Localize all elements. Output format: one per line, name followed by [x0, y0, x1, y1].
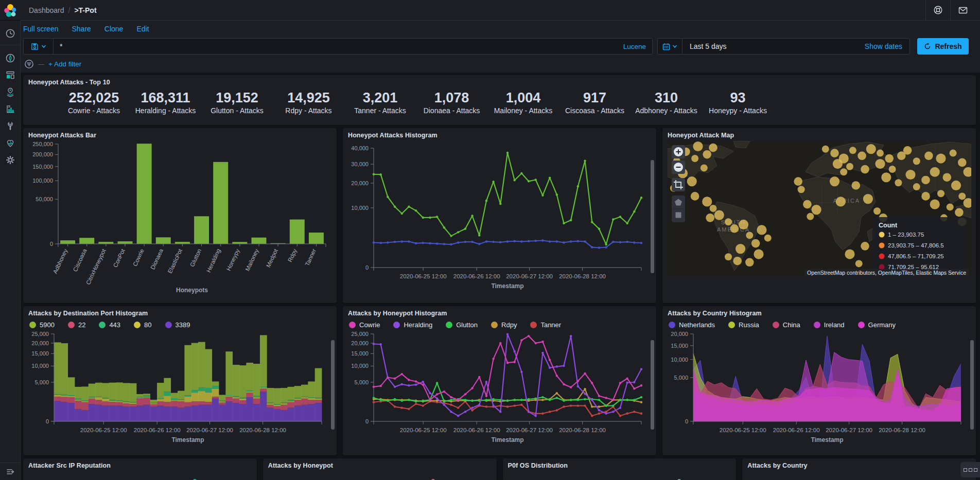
chevron-down-icon	[672, 44, 677, 49]
date-quick-menu-button[interactable]	[658, 39, 682, 54]
menu-full-screen[interactable]: Full screen	[23, 25, 58, 33]
dashboard-menu: Full screen Share Clone Edit	[21, 21, 980, 36]
legend-swatch-icon	[68, 322, 75, 328]
legend-item-Ireland[interactable]: Ireland	[814, 321, 845, 329]
elastic-logo[interactable]	[0, 0, 21, 21]
add-filter-button[interactable]: + Add filter	[48, 60, 81, 68]
metric-ciscoasa: 917Ciscoasa - Attacks	[559, 91, 631, 115]
svg-text:CitrixHoneypot: CitrixHoneypot	[85, 247, 107, 286]
attacks-by-country-chart[interactable]: 05,00010,00015,00020,0002020-06-25 12:00…	[668, 330, 971, 449]
svg-text:2020-06-26 12:00: 2020-06-26 12:00	[773, 427, 820, 433]
elastic-logo-icon	[3, 3, 18, 17]
panel-options-box[interactable]	[960, 462, 980, 477]
sidebar-item-uptime[interactable]	[0, 134, 21, 151]
legend-item-Germany[interactable]: Germany	[858, 321, 896, 329]
legend-label: 80	[144, 321, 151, 329]
metric-tanner: 3,201Tanner - Attacks	[344, 91, 416, 115]
sidebar-item-dashboard[interactable]	[0, 66, 21, 83]
sidebar-item-management[interactable]	[0, 151, 21, 168]
panel-title: Attacks by Destination Port Histogram	[28, 310, 331, 317]
honeypot-attacks-bar-chart[interactable]: AdbhoneyCiscoasaCitrixHoneypotConPotCowr…	[28, 139, 331, 297]
svg-text:100,000: 100,000	[32, 177, 53, 184]
legend-item-22[interactable]: 22	[68, 321, 85, 329]
panel-honeypot-attacks-bar: Honeypot Attacks Bar AdbhoneyCiscoasaCit…	[23, 128, 337, 303]
legend-swatch-icon	[446, 322, 452, 328]
top-header: Dashboard / >T-Pot	[21, 0, 980, 21]
panel-scrollbar[interactable]	[970, 340, 974, 430]
panel-scrollbar[interactable]	[651, 160, 654, 273]
panel-honeypot-attacks-histogram: Honeypot Attacks Histogram 010,00020,000…	[343, 128, 656, 303]
svg-text:2020-06-27 12:00: 2020-06-27 12:00	[506, 273, 553, 279]
legend-item-Tanner[interactable]: Tanner	[530, 321, 561, 329]
legend-item-Rdpy[interactable]: Rdpy	[491, 321, 517, 329]
sidebar-item-devtools[interactable]	[0, 117, 21, 134]
svg-text:0: 0	[46, 418, 49, 424]
legend-swatch-icon	[491, 322, 498, 328]
attacks-by-honeypot-chart[interactable]: 05,00010,00015,00020,00025,0002020-06-25…	[348, 330, 651, 449]
sidebar-item-discover[interactable]	[0, 49, 21, 66]
recently-viewed-icon[interactable]	[0, 25, 21, 42]
svg-text:2020-06-27 12:00: 2020-06-27 12:00	[506, 427, 553, 433]
legend-item-3389[interactable]: 3389	[165, 321, 190, 329]
sidebar-item-visualize[interactable]	[0, 100, 21, 117]
menu-clone[interactable]: Clone	[104, 25, 124, 33]
dashboard-grid: Honeypot Attacks - Top 10 252,025Cowrie …	[21, 73, 980, 480]
legend-label: Rdpy	[501, 321, 517, 329]
svg-text:10,000: 10,000	[671, 357, 688, 363]
saved-query-menu-button[interactable]	[24, 39, 54, 54]
legend-swatch-icon	[349, 322, 356, 328]
svg-text:0: 0	[365, 418, 369, 424]
legend-label: Heralding	[404, 321, 432, 329]
save-icon	[31, 43, 39, 50]
legend-label: Cowrie	[359, 321, 380, 329]
svg-text:30,000: 30,000	[351, 161, 369, 167]
time-range-label[interactable]: Last 5 days	[682, 42, 727, 50]
legend-item-Glutton[interactable]: Glutton	[446, 321, 478, 329]
sidebar-item-maps[interactable]	[0, 83, 21, 100]
svg-text:Timestamp: Timestamp	[811, 436, 843, 443]
legend-swatch-icon	[728, 322, 735, 328]
world-map[interactable]: SOUTHAMERICAAFRICACount1 – 23,903.7523,9…	[668, 141, 971, 276]
legend-swatch-icon	[29, 322, 36, 328]
legend-label: 3389	[176, 321, 190, 329]
refresh-button[interactable]: Refresh	[917, 38, 969, 55]
help-icon[interactable]	[925, 0, 950, 21]
search-input[interactable]	[54, 42, 617, 50]
query-language-button[interactable]: Lucene	[617, 43, 652, 50]
panel-scrollbar[interactable]	[651, 340, 654, 430]
honeypot-attacks-histogram-chart[interactable]: 010,00020,00030,00040,0002020-06-25 12:0…	[348, 141, 651, 298]
menu-share[interactable]: Share	[72, 25, 91, 33]
left-sidebar	[0, 0, 21, 480]
panel-title: Attacks by Country Histogram	[668, 310, 971, 317]
legend-item-Netherlands[interactable]: Netherlands	[669, 321, 715, 329]
panel-attacks-by-honeypot-histogram: Attacks by Honeypot Histogram CowrieHera…	[343, 306, 656, 455]
panel-title: Attacker Src IP Reputation	[28, 462, 252, 469]
svg-text:5,000: 5,000	[354, 379, 369, 385]
legend-label: Germany	[868, 321, 896, 329]
legend-label: 5900	[40, 321, 55, 329]
attack-map[interactable]: SOUTHAMERICAAFRICACount1 – 23,903.7523,9…	[668, 141, 971, 278]
menu-edit[interactable]: Edit	[136, 25, 149, 33]
legend-item-80[interactable]: 80	[134, 321, 151, 329]
legend-label: Glutton	[456, 321, 478, 329]
legend-swatch-icon	[530, 322, 537, 328]
show-dates-button[interactable]: Show dates	[865, 42, 909, 50]
svg-text:2020-06-28 12:00: 2020-06-28 12:00	[879, 427, 925, 433]
legend-item-443[interactable]: 443	[99, 321, 120, 329]
dest-port-histogram-chart[interactable]: 05,00010,00015,00020,00025,0002020-06-25…	[28, 330, 331, 449]
panel-scrollbar[interactable]	[331, 340, 335, 430]
panel-title: Attacks by Honeypot	[268, 462, 492, 469]
legend-item-Heralding[interactable]: Heralding	[393, 321, 432, 329]
svg-text:47,806.5 – 71,709.25: 47,806.5 – 71,709.25	[888, 253, 944, 259]
legend-item-Cowrie[interactable]: Cowrie	[349, 321, 380, 329]
collapse-sidebar-button[interactable]	[0, 463, 21, 480]
kibana-app: Dashboard / >T-Pot Full screen Share Clo…	[0, 0, 980, 480]
legend-item-China[interactable]: China	[773, 321, 800, 329]
svg-text:2020-06-25 12:00: 2020-06-25 12:00	[400, 427, 447, 433]
legend-item-Russia[interactable]: Russia	[728, 321, 759, 329]
svg-text:25,000: 25,000	[31, 331, 49, 337]
newsfeed-icon[interactable]	[950, 0, 975, 21]
breadcrumb-section[interactable]: Dashboard	[29, 6, 64, 14]
filter-icon[interactable]	[24, 59, 34, 69]
legend-item-5900[interactable]: 5900	[29, 321, 55, 329]
